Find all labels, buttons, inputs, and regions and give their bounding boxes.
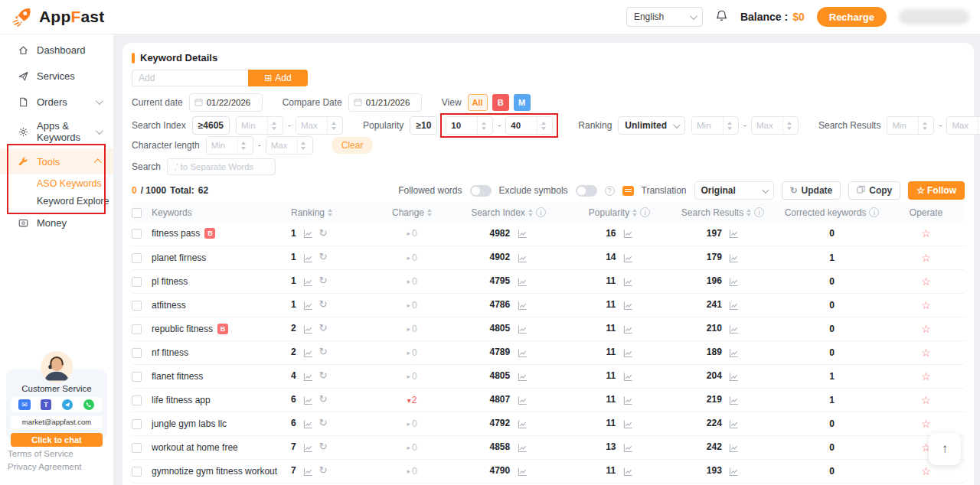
row-checkbox[interactable] (132, 253, 142, 263)
clear-button[interactable]: Clear (332, 137, 374, 154)
sort-icon[interactable] (427, 209, 432, 216)
trend-chart-icon[interactable] (303, 277, 313, 287)
popularity-min-spinner[interactable] (446, 116, 493, 135)
trend-chart-icon[interactable] (623, 395, 633, 405)
trend-chart-icon[interactable] (518, 229, 528, 239)
sidebar-item-tools[interactable]: Tools (0, 148, 113, 174)
refresh-icon[interactable]: ↻ (318, 441, 327, 452)
sidebar-item-orders[interactable]: Orders (0, 89, 113, 115)
row-checkbox[interactable] (132, 443, 142, 453)
telegram-icon[interactable] (61, 399, 74, 410)
row-checkbox[interactable] (132, 395, 142, 405)
ranking-min-input[interactable] (692, 117, 723, 134)
trend-chart-icon[interactable] (729, 467, 739, 477)
current-date-picker[interactable] (189, 93, 263, 112)
add-keyword-input[interactable] (132, 70, 248, 86)
trend-chart-icon[interactable] (518, 372, 528, 382)
followed-words-toggle[interactable] (470, 185, 492, 197)
follow-star-icon[interactable]: ☆ (921, 465, 931, 477)
translation-select[interactable]: Original (694, 181, 774, 200)
sidebar-subitem-keyword-explore[interactable]: Keyword Explore (0, 192, 113, 210)
follow-star-icon[interactable]: ☆ (921, 275, 931, 288)
teams-icon[interactable]: T (40, 399, 52, 410)
trend-chart-icon[interactable] (729, 277, 739, 287)
scroll-to-top-button[interactable]: ↑ (929, 433, 961, 465)
search-index-max-spinner[interactable] (296, 116, 343, 135)
search-results-max-spinner[interactable] (946, 116, 980, 135)
trend-chart-icon[interactable] (303, 419, 313, 429)
view-m-button[interactable]: M (514, 94, 531, 111)
refresh-icon[interactable]: ↻ (318, 275, 327, 286)
trend-chart-icon[interactable] (518, 324, 528, 334)
trend-chart-icon[interactable] (518, 301, 528, 311)
refresh-icon[interactable]: ↻ (318, 417, 327, 428)
row-checkbox[interactable] (132, 324, 142, 334)
row-checkbox[interactable] (132, 419, 142, 429)
character-length-max-spinner[interactable] (266, 136, 313, 155)
copy-button[interactable]: Copy (848, 181, 900, 200)
trend-chart-icon[interactable] (518, 443, 528, 453)
privacy-agreement-link[interactable]: Privacy Agreement (8, 461, 82, 474)
help-icon[interactable]: ? (605, 186, 615, 196)
recharge-button[interactable]: Recharge (817, 7, 887, 27)
search-results-min-spinner[interactable] (887, 116, 934, 135)
sort-icon[interactable] (746, 209, 751, 216)
trend-chart-icon[interactable] (623, 324, 633, 334)
character-length-max-input[interactable] (266, 137, 297, 154)
row-checkbox[interactable] (132, 348, 142, 358)
refresh-icon[interactable]: ↻ (318, 393, 327, 405)
trend-chart-icon[interactable] (303, 467, 313, 477)
stepper-arrows[interactable] (782, 117, 795, 134)
notification-bell-icon[interactable] (715, 9, 728, 25)
trend-chart-icon[interactable] (623, 372, 633, 382)
trend-chart-icon[interactable] (518, 348, 528, 358)
popularity-max-spinner[interactable] (505, 116, 553, 135)
trend-chart-icon[interactable] (303, 395, 313, 405)
stepper-arrows[interactable] (477, 117, 489, 134)
select-all-checkbox[interactable] (132, 208, 142, 218)
compare-date-picker[interactable] (348, 93, 422, 112)
stepper-arrows[interactable] (537, 117, 549, 134)
follow-star-icon[interactable]: ☆ (921, 323, 931, 335)
follow-star-icon[interactable]: ☆ (921, 394, 931, 406)
trend-chart-icon[interactable] (729, 395, 739, 405)
trend-chart-icon[interactable] (623, 229, 633, 239)
search-input[interactable] (167, 158, 276, 175)
app-logo[interactable]: AppFast (11, 5, 104, 28)
trend-chart-icon[interactable] (729, 253, 739, 263)
follow-star-icon[interactable]: ☆ (921, 227, 931, 239)
row-checkbox[interactable] (132, 467, 142, 477)
sidebar-subitem-aso-keywords[interactable]: ASO Keywords (0, 174, 113, 192)
trend-chart-icon[interactable] (623, 467, 633, 477)
refresh-icon[interactable]: ↻ (318, 251, 327, 262)
sort-icon[interactable] (328, 209, 332, 216)
follow-button[interactable]: ☆Follow (908, 181, 965, 200)
trend-chart-icon[interactable] (623, 301, 633, 311)
trend-chart-icon[interactable] (303, 372, 313, 382)
trend-chart-icon[interactable] (518, 395, 528, 405)
follow-star-icon[interactable]: ☆ (921, 252, 931, 264)
stepper-arrows[interactable] (918, 117, 930, 134)
add-button[interactable]: ⊞Add (248, 70, 308, 86)
trend-chart-icon[interactable] (303, 348, 313, 358)
update-button[interactable]: ↻ Update (782, 181, 841, 200)
trend-chart-icon[interactable] (518, 419, 528, 429)
follow-star-icon[interactable]: ☆ (921, 347, 931, 359)
trend-chart-icon[interactable] (303, 229, 313, 239)
search-index-max-input[interactable] (296, 117, 327, 134)
popularity-min-input[interactable] (446, 117, 477, 134)
terms-of-service-link[interactable]: Terms of Service (8, 448, 82, 461)
whatsapp-icon[interactable] (83, 399, 95, 410)
user-account-blurred[interactable] (899, 9, 969, 24)
trend-chart-icon[interactable] (729, 229, 739, 239)
trend-chart-icon[interactable] (518, 277, 528, 287)
info-icon[interactable]: i (536, 207, 546, 217)
row-checkbox[interactable] (132, 301, 142, 311)
refresh-icon[interactable]: ↻ (318, 322, 327, 334)
trend-chart-icon[interactable] (729, 324, 739, 334)
character-length-min-input[interactable] (207, 137, 237, 154)
sidebar-item-apps-keywords[interactable]: Apps &Keywords (0, 115, 113, 148)
trend-chart-icon[interactable] (518, 253, 528, 263)
compare-date-input[interactable] (366, 98, 416, 107)
search-index-preset[interactable]: ≥4605 (192, 116, 230, 135)
